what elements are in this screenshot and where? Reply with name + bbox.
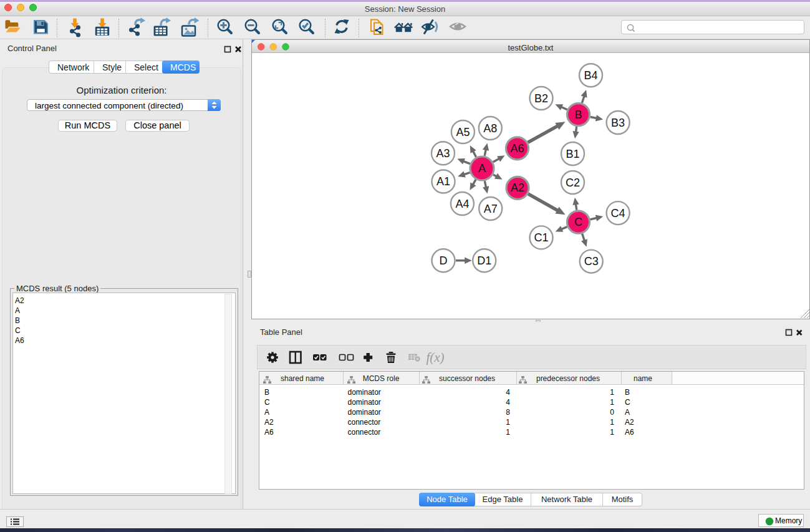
svg-text:A: A <box>478 162 486 175</box>
svg-text:B: B <box>574 109 582 121</box>
svg-text:C4: C4 <box>611 207 625 220</box>
svg-text:B2: B2 <box>534 92 548 105</box>
svg-text:B3: B3 <box>611 117 625 129</box>
svg-text:D: D <box>440 254 448 267</box>
svg-text:C1: C1 <box>534 231 548 244</box>
svg-text:D1: D1 <box>477 254 491 267</box>
svg-text:A1: A1 <box>436 175 450 188</box>
svg-text:f(x): f(x) <box>426 350 444 365</box>
svg-text:A2: A2 <box>511 181 524 194</box>
svg-text:A8: A8 <box>483 122 497 135</box>
svg-text:A7: A7 <box>484 203 498 215</box>
svg-text:C3: C3 <box>584 255 599 268</box>
svg-text:C2: C2 <box>566 177 580 189</box>
svg-text:A6: A6 <box>510 142 524 155</box>
svg-text:A5: A5 <box>456 126 470 138</box>
svg-text:B4: B4 <box>584 69 597 82</box>
svg-text:B1: B1 <box>566 148 579 160</box>
svg-text:A3: A3 <box>436 147 450 160</box>
svg-text:C: C <box>574 216 582 228</box>
svg-text:A4: A4 <box>455 198 469 210</box>
